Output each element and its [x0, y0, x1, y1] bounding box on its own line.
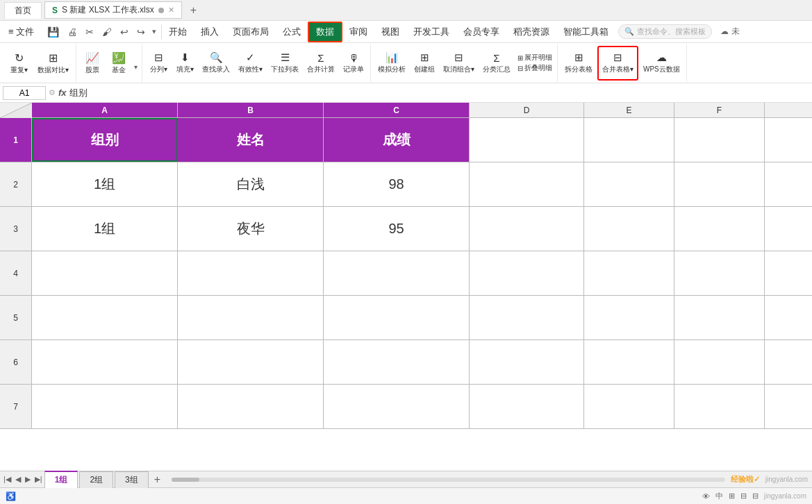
split-table-button[interactable]: ⊞ 拆分表格: [561, 46, 596, 81]
cancel-group-button[interactable]: ⊟ 取消组合▾: [440, 46, 478, 81]
cell-b5[interactable]: [178, 296, 324, 339]
file-tab[interactable]: S S 新建 XLSX 工作表.xlsx ✕: [44, 1, 182, 19]
toolbar-screenshot-icon[interactable]: ✂: [82, 25, 97, 39]
menu-review[interactable]: 审阅: [342, 23, 374, 41]
cell-e4[interactable]: [584, 251, 674, 295]
home-tab[interactable]: 首页: [4, 2, 42, 19]
expand-button[interactable]: ⊞ 展开明细: [517, 53, 552, 62]
menu-member[interactable]: 会员专享: [456, 23, 506, 41]
merge-table-button[interactable]: ⊟ 合并表格▾: [597, 46, 638, 81]
cell-c7[interactable]: [324, 385, 470, 428]
cell-e3[interactable]: [584, 207, 674, 251]
menu-insert[interactable]: 插入: [194, 23, 226, 41]
cell-d1[interactable]: [470, 118, 584, 162]
row-header-3[interactable]: 3: [0, 207, 32, 251]
cell-f4[interactable]: [674, 251, 765, 295]
cell-a3[interactable]: 1组: [32, 207, 178, 251]
menu-view[interactable]: 视图: [374, 23, 406, 41]
cell-f6[interactable]: [674, 340, 765, 384]
cell-e7[interactable]: [584, 385, 674, 428]
cell-a2[interactable]: 1组: [32, 162, 178, 206]
cell-c1[interactable]: 成绩: [324, 118, 470, 162]
sheet-tab-1[interactable]: 1组: [44, 471, 78, 488]
cell-ref-box[interactable]: A1: [3, 86, 46, 100]
simulate-button[interactable]: 📊 模拟分析: [374, 46, 409, 81]
tab-close-icon[interactable]: ✕: [168, 6, 174, 15]
toolbar-save-icon[interactable]: 💾: [44, 25, 63, 39]
add-sheet-button[interactable]: +: [149, 471, 166, 488]
cell-c4[interactable]: [324, 251, 470, 295]
merge-calc-button[interactable]: Σ 合并计算: [304, 46, 338, 81]
cell-f3[interactable]: [674, 207, 765, 251]
cell-c3[interactable]: 95: [324, 207, 470, 251]
cell-b3[interactable]: 夜华: [178, 207, 324, 251]
cell-b7[interactable]: [178, 385, 324, 428]
cloud-status[interactable]: ☁ 未: [715, 23, 745, 40]
cell-e1[interactable]: [584, 118, 674, 162]
row-header-2[interactable]: 2: [0, 162, 32, 206]
menu-start[interactable]: 开始: [162, 23, 194, 41]
search-bar[interactable]: 🔍 查找命令、搜索模板: [618, 24, 712, 39]
cell-e6[interactable]: [584, 340, 674, 384]
sheet-nav-prev[interactable]: ◀: [13, 475, 23, 484]
record-button[interactable]: 🎙 记录单: [340, 46, 367, 81]
menu-data[interactable]: 数据: [308, 22, 342, 42]
cell-d7[interactable]: [470, 385, 584, 428]
cell-f2[interactable]: [674, 162, 765, 206]
stock-button[interactable]: 📈 股票: [80, 46, 105, 81]
toolbar-undo-icon[interactable]: ↩: [117, 25, 132, 39]
wps-cloud-button[interactable]: ☁ WPS云数据: [640, 46, 683, 81]
compare-button[interactable]: ⊞ 数据对比▾: [33, 46, 73, 81]
sheet-nav-next[interactable]: ▶: [23, 475, 33, 484]
col-header-d[interactable]: D: [470, 103, 584, 117]
cell-f7[interactable]: [674, 385, 765, 428]
toolbar-redo-icon[interactable]: ↪: [133, 25, 149, 39]
cell-d4[interactable]: [470, 251, 584, 295]
cell-c5[interactable]: [324, 296, 470, 339]
col-header-f[interactable]: F: [674, 103, 765, 117]
new-tab-button[interactable]: +: [185, 2, 202, 19]
cell-b6[interactable]: [178, 340, 324, 384]
toolbar-more-icon[interactable]: ▾: [150, 26, 158, 37]
fund-button[interactable]: 💹 基金: [106, 46, 131, 81]
fill-button[interactable]: ⬇ 填充▾: [172, 46, 197, 81]
cell-b4[interactable]: [178, 251, 324, 295]
col-header-b[interactable]: B: [178, 103, 324, 117]
cell-e2[interactable]: [584, 162, 674, 206]
toolbar-print-icon[interactable]: 🖨: [64, 25, 81, 39]
cell-d3[interactable]: [470, 207, 584, 251]
row-header-1[interactable]: 1: [0, 118, 32, 162]
cell-b2[interactable]: 白浅: [178, 162, 324, 206]
cell-d5[interactable]: [470, 296, 584, 339]
cell-a1[interactable]: 组别: [32, 118, 178, 162]
cell-a4[interactable]: [32, 251, 178, 295]
menu-shell[interactable]: 稻壳资源: [506, 23, 556, 41]
row-header-6[interactable]: 6: [0, 340, 32, 384]
cell-f5[interactable]: [674, 296, 765, 339]
col-header-c[interactable]: C: [324, 103, 470, 117]
dropdown-list-button[interactable]: ☰ 下拉列表: [267, 46, 302, 81]
cell-a5[interactable]: [32, 296, 178, 339]
lookup-button[interactable]: 🔍 查找录入: [199, 46, 233, 81]
sheet-tab-2[interactable]: 2组: [79, 471, 113, 488]
sheet-nav-last[interactable]: ▶|: [33, 475, 44, 484]
sheet-nav-first[interactable]: |◀: [1, 475, 13, 484]
col-header-e[interactable]: E: [584, 103, 674, 117]
cell-a6[interactable]: [32, 340, 178, 384]
valid-button[interactable]: ✓ 有效性▾: [235, 46, 266, 81]
cell-f1[interactable]: [674, 118, 765, 162]
fund-dropdown[interactable]: ▾: [133, 62, 139, 72]
cell-d2[interactable]: [470, 162, 584, 206]
sheet-tab-3[interactable]: 3组: [115, 471, 149, 488]
formula-content[interactable]: 组别: [69, 87, 809, 99]
menu-dev[interactable]: 开发工具: [406, 23, 456, 41]
menu-tools[interactable]: 智能工具箱: [556, 23, 615, 41]
cell-b1[interactable]: 姓名: [178, 118, 324, 162]
menu-formula[interactable]: 公式: [276, 23, 308, 41]
cell-d6[interactable]: [470, 340, 584, 384]
repeat-button[interactable]: ↻ 重复▾: [6, 46, 32, 81]
split-col-button[interactable]: ⊟ 分列▾: [146, 46, 171, 81]
cell-c2[interactable]: 98: [324, 162, 470, 206]
subtotal-button[interactable]: Σ 分类汇总: [479, 46, 514, 81]
cell-e5[interactable]: [584, 296, 674, 339]
